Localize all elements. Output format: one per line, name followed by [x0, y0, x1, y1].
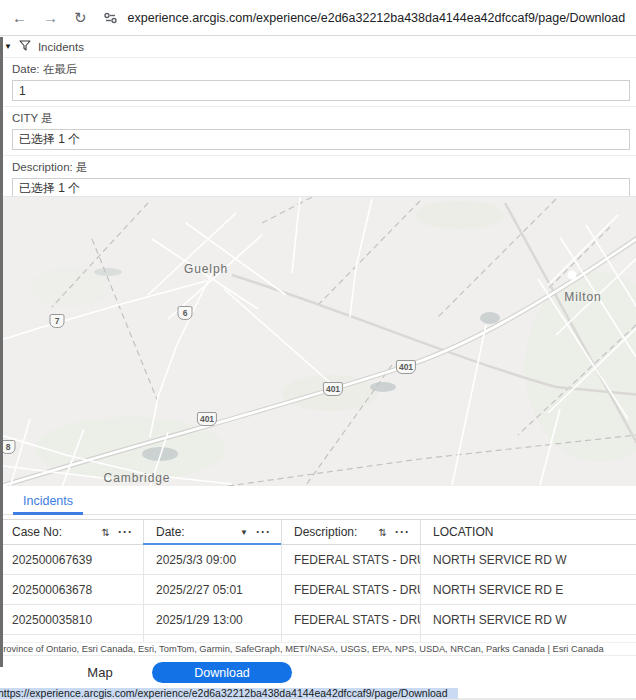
back-icon[interactable]: ← — [12, 9, 27, 26]
map-label-milton: Milton — [564, 290, 601, 304]
column-menu-icon[interactable]: ··· — [395, 525, 410, 539]
map-canvas[interactable]: Guelph Milton Cambridge 7 6 401 401 401 … — [0, 196, 636, 486]
browser-toolbar: ← → ↻ experience.arcgis.com/experience/e… — [0, 0, 636, 36]
map-label-cambridge: Cambridge — [104, 471, 171, 485]
table-row[interactable]: 202500063678 2025/2/27 05:01 FEDERAL STA… — [0, 575, 636, 605]
nav-link-map[interactable]: Map — [70, 665, 130, 680]
column-label: Case No: — [12, 525, 62, 539]
filter-header: ▼ Incidents — [0, 36, 636, 58]
table-header: Case No: ⇅ ··· Date: ▼ ··· Description: … — [0, 519, 636, 545]
cell-location: STEWART ST — [420, 635, 636, 642]
cell-description: FEDERAL STATS - DRUGS — [281, 575, 420, 604]
cell-date: 2025/1/17 10:40 — [143, 635, 281, 642]
sort-icon[interactable]: ⇅ — [379, 527, 387, 538]
cell-location: NORTH SERVICE RD E — [420, 575, 636, 604]
filter-panel-title: Incidents — [38, 41, 84, 53]
filter-panel: ▼ Incidents Date: 在最后 1 CITY 是 已选择 1 个 D… — [0, 36, 636, 196]
column-header-case-no: Case No: ⇅ ··· — [0, 520, 143, 544]
cell-case-no: 202500063678 — [0, 575, 143, 604]
table-row[interactable]: 202500035810 2025/1/29 13:00 FEDERAL STA… — [0, 605, 636, 635]
cell-description: FEDERAL STATS - DRUGS — [281, 635, 420, 642]
left-edge-scrollbar[interactable] — [0, 37, 3, 667]
filter-label-date: Date: 在最后 — [12, 62, 632, 76]
highway-shield-7: 7 — [50, 314, 65, 328]
column-label: LOCATION — [433, 525, 493, 539]
column-label: Description: — [294, 525, 357, 539]
highway-shield-401-a: 401 — [396, 360, 416, 374]
cell-date: 2025/2/27 05:01 — [143, 575, 281, 604]
download-button[interactable]: Download — [152, 662, 292, 683]
sorted-column-indicator — [143, 543, 281, 545]
table-body: 202500067639 2025/3/3 09:00 FEDERAL STAT… — [0, 545, 636, 642]
cell-case-no: 202500067639 — [0, 545, 143, 574]
sort-descending-icon[interactable]: ▼ — [240, 528, 248, 537]
reload-icon[interactable]: ↻ — [74, 9, 87, 27]
table-tab-bar: Incidents — [0, 486, 636, 519]
sort-icon[interactable]: ⇅ — [102, 527, 110, 538]
map-label-guelph: Guelph — [184, 262, 228, 276]
funnel-icon — [19, 38, 31, 56]
filter-label-description: Description: 是 — [12, 160, 632, 174]
column-label: Date: — [156, 525, 185, 539]
cell-case-no: 202500035810 — [0, 605, 143, 634]
column-header-date: Date: ▼ ··· — [143, 520, 281, 544]
highway-shield-6: 6 — [178, 306, 193, 320]
filter-label-city: CITY 是 — [12, 111, 632, 125]
collapse-caret-icon[interactable]: ▼ — [4, 42, 12, 51]
column-header-description: Description: ⇅ ··· — [281, 520, 420, 544]
highway-shield-401-c: 401 — [197, 412, 217, 426]
status-link-url: https://experience.arcgis.com/experience… — [0, 687, 458, 699]
forward-icon[interactable]: → — [43, 9, 58, 26]
map-roads-graphic — [0, 197, 636, 486]
address-bar[interactable]: experience.arcgis.com/experience/e2d6a32… — [128, 11, 626, 25]
browser-window: ← → ↻ experience.arcgis.com/experience/e… — [0, 0, 636, 700]
site-info-icon[interactable] — [103, 11, 118, 25]
cell-location: NORTH SERVICE RD W — [420, 545, 636, 574]
cell-location: NORTH SERVICE RD W — [420, 605, 636, 634]
highway-shield-401-b: 401 — [323, 382, 343, 396]
table-row[interactable]: 202500067639 2025/3/3 09:00 FEDERAL STAT… — [0, 545, 636, 575]
cell-case-no: 202500023308 — [0, 635, 143, 642]
column-menu-icon[interactable]: ··· — [118, 525, 133, 539]
map-attribution: Province of Ontario, Esri Canada, Esri, … — [0, 642, 636, 655]
page-nav-bar: Map Download — [0, 655, 636, 688]
cell-date: 2025/3/3 09:00 — [143, 545, 281, 574]
status-bar: https://experience.arcgis.com/experience… — [0, 688, 636, 700]
column-header-location: LOCATION — [420, 520, 636, 544]
cell-date: 2025/1/29 13:00 — [143, 605, 281, 634]
table-row[interactable]: 202500023308 2025/1/17 10:40 FEDERAL STA… — [0, 635, 636, 642]
tab-incidents[interactable]: Incidents — [13, 491, 83, 515]
cell-description: FEDERAL STATS - DRUGS — [281, 605, 420, 634]
date-filter-input[interactable]: 1 — [12, 80, 630, 101]
city-filter-select[interactable]: 已选择 1 个 — [12, 129, 630, 150]
column-menu-icon[interactable]: ··· — [256, 525, 271, 539]
cell-description: FEDERAL STATS - DRUGS — [281, 545, 420, 574]
filter-group-date: Date: 在最后 1 — [0, 58, 636, 107]
filter-group-city: CITY 是 已选择 1 个 — [0, 107, 636, 156]
